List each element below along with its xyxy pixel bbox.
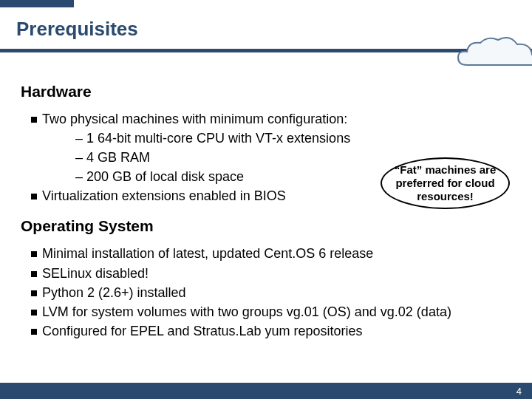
content-area: Hardware Two physical machines with mini…: [21, 80, 516, 341]
os-repos-text: Configured for EPEL and Stratus.Lab yum …: [42, 324, 363, 338]
os-list: Minimal installation of latest, updated …: [21, 244, 516, 340]
os-block: Operating System Minimal installation of…: [21, 217, 516, 340]
callout-bubble: “Fat” machines are preferred for cloud r…: [381, 157, 510, 209]
bullet-square-icon: [31, 194, 37, 200]
spec-cpu: 1 64-bit multi-core CPU with VT-x extens…: [75, 129, 516, 148]
slide-title: Prerequisites: [16, 18, 138, 41]
os-lvm-text: LVM for system volumes with two groups v…: [42, 304, 451, 319]
bullet-square-icon: [31, 329, 37, 335]
os-item-selinux: SELinux disabled!: [31, 264, 516, 283]
slide: Prerequisites Hardware Two physical mach…: [0, 0, 532, 399]
hardware-bios-text: Virtualization extensions enabled in BIO…: [42, 188, 286, 203]
cloud-icon: [452, 35, 532, 72]
os-item-repos: Configured for EPEL and Stratus.Lab yum …: [31, 321, 516, 341]
os-item-python: Python 2 (2.6+) installed: [31, 283, 516, 302]
callout-text: “Fat” machines are preferred for cloud r…: [389, 163, 501, 203]
bullet-square-icon: [31, 290, 37, 296]
top-accent-bar: [0, 0, 74, 7]
os-item-lvm: LVM for system volumes with two groups v…: [31, 302, 516, 321]
os-selinux-text: SELinux disabled!: [42, 266, 149, 281]
hardware-heading: Hardware: [21, 83, 516, 100]
bullet-square-icon: [31, 310, 37, 316]
footer-bar: 4: [0, 383, 532, 399]
hardware-intro-text: Two physical machines with minimum confi…: [42, 112, 347, 126]
os-heading: Operating System: [21, 217, 516, 235]
os-item-install: Minimal installation of latest, updated …: [31, 244, 516, 263]
bullet-square-icon: [31, 251, 37, 257]
page-number: 4: [516, 386, 522, 397]
os-python-text: Python 2 (2.6+) installed: [42, 285, 186, 300]
bullet-square-icon: [31, 117, 37, 123]
bullet-square-icon: [31, 271, 37, 277]
os-install-text: Minimal installation of latest, updated …: [42, 246, 373, 261]
